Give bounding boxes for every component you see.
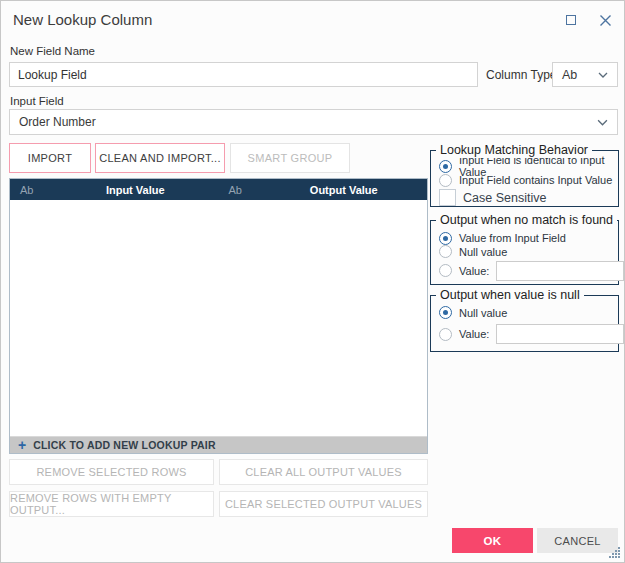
resize-grip[interactable]	[607, 545, 621, 559]
radio-value-from-input-label: Value from Input Field	[459, 232, 566, 244]
output-type-icon[interactable]: Ab	[219, 184, 261, 196]
clear-all-output-values-button: CLEAR ALL OUTPUT VALUES	[219, 459, 428, 485]
radio-value-from-input-option[interactable]: Value from Input Field	[439, 231, 618, 245]
plus-icon: +	[18, 438, 26, 452]
checkbox-unchecked-icon[interactable]	[439, 189, 456, 206]
table-body-empty[interactable]	[10, 200, 427, 436]
remove-selected-rows-button: REMOVE SELECTED ROWS	[9, 459, 214, 485]
input-field-label: Input Field	[10, 95, 64, 107]
no-match-value-input[interactable]	[496, 261, 624, 281]
input-field-value: Order Number	[19, 115, 96, 129]
add-lookup-pair-button[interactable]: + CLICK TO ADD NEW LOOKUP PAIR	[10, 436, 427, 453]
output-no-match-group: Output when no match is found Value from…	[430, 220, 619, 285]
cancel-button[interactable]: CANCEL	[537, 528, 618, 553]
new-field-name-input[interactable]	[9, 62, 478, 87]
ok-button[interactable]: OK	[452, 528, 533, 553]
radio-value-label: Value:	[459, 328, 489, 340]
output-value-column-header: Output Value	[261, 184, 428, 196]
new-lookup-column-dialog: New Lookup Column New Field Name Column …	[0, 0, 625, 563]
null-value-input[interactable]	[496, 324, 624, 344]
chevron-down-icon	[598, 72, 608, 78]
smart-group-button: SMART GROUP	[230, 143, 350, 173]
add-lookup-pair-label: CLICK TO ADD NEW LOOKUP PAIR	[33, 439, 216, 451]
case-sensitive-option[interactable]: Case Sensitive	[439, 189, 618, 206]
radio-null-value-option[interactable]: Null value	[439, 245, 618, 258]
chevron-down-icon	[597, 119, 608, 126]
radio-contains-label: Input Field contains Input Value	[459, 174, 612, 186]
radio-unselected-icon[interactable]	[439, 264, 452, 277]
remove-rows-empty-output-button: REMOVE ROWS WITH EMPTY OUTPUT...	[9, 491, 214, 517]
output-value-null-title: Output when value is null	[436, 288, 584, 303]
radio-null-value-label: Null value	[459, 246, 507, 258]
column-type-select[interactable]: Ab	[552, 62, 618, 87]
import-button[interactable]: IMPORT	[9, 143, 91, 173]
radio-unselected-icon[interactable]	[439, 328, 452, 341]
radio-selected-icon[interactable]	[439, 160, 452, 173]
radio-identical-option[interactable]: Input Field is identical to Input Value	[439, 159, 618, 173]
input-type-icon[interactable]: Ab	[10, 184, 52, 196]
close-button[interactable]	[597, 12, 613, 28]
radio-selected-icon[interactable]	[439, 306, 452, 319]
output-no-match-title: Output when no match is found	[436, 213, 617, 228]
input-field-select[interactable]: Order Number	[9, 109, 618, 135]
clear-selected-output-values-button: CLEAR SELECTED OUTPUT VALUES	[219, 491, 428, 517]
radio-custom-value-option[interactable]: Value:	[439, 260, 618, 281]
maximize-icon	[566, 15, 576, 25]
radio-null-value-option[interactable]: Null value	[439, 306, 618, 319]
case-sensitive-label: Case Sensitive	[463, 191, 546, 205]
radio-unselected-icon[interactable]	[439, 174, 452, 187]
radio-null-value-label: Null value	[459, 307, 507, 319]
radio-value-label: Value:	[459, 265, 489, 277]
output-value-null-group: Output when value is null Null value Val…	[430, 295, 619, 352]
dialog-title: New Lookup Column	[13, 11, 152, 28]
column-type-value: Ab	[562, 68, 577, 82]
close-icon	[599, 14, 612, 27]
column-type-label: Column Type:	[486, 68, 560, 82]
maximize-button[interactable]	[563, 12, 579, 28]
radio-unselected-icon[interactable]	[439, 245, 452, 258]
lookup-matching-behavior-group: Lookup Matching Behavior Input Field is …	[430, 150, 619, 207]
radio-custom-value-option[interactable]: Value:	[439, 323, 618, 345]
lookup-pairs-table: Ab Input Value Ab Output Value + CLICK T…	[9, 178, 428, 454]
radio-contains-option[interactable]: Input Field contains Input Value	[439, 173, 618, 187]
radio-selected-icon[interactable]	[439, 232, 452, 245]
lookup-matching-behavior-title: Lookup Matching Behavior	[436, 143, 592, 158]
clean-and-import-button[interactable]: CLEAN AND IMPORT...	[95, 143, 225, 173]
new-field-name-label: New Field Name	[10, 45, 95, 57]
table-header-row: Ab Input Value Ab Output Value	[10, 179, 427, 200]
input-value-column-header: Input Value	[52, 184, 219, 196]
